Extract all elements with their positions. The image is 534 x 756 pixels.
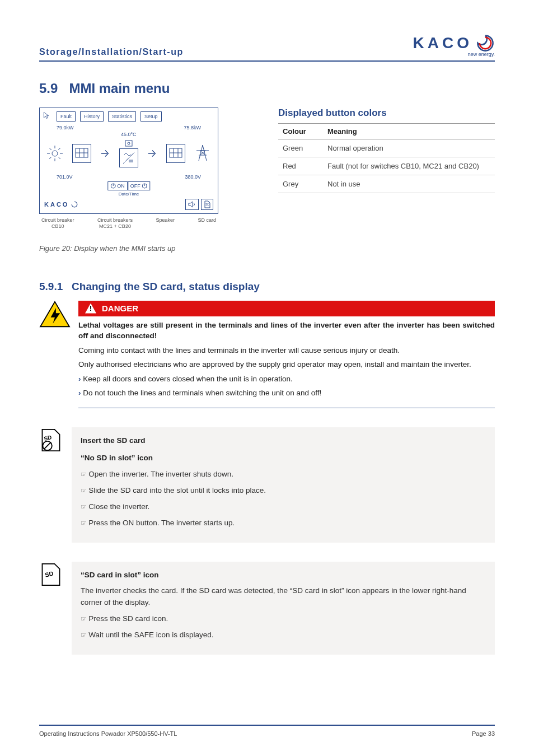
step-item: Press the ON button. The inverter starts… <box>81 517 486 529</box>
danger-banner: ! DANGER <box>78 301 495 316</box>
reading-v-right: 380.0V <box>185 174 201 180</box>
danger-text: Lethal voltages are still present in the… <box>78 320 495 342</box>
table-row: GreenNormal operation <box>278 139 495 157</box>
colors-heading: Displayed button colors <box>278 108 495 119</box>
tab-statistics[interactable]: Statistics <box>108 111 136 122</box>
svg-text:SD: SD <box>44 570 54 578</box>
step-item: Open the inverter. The inverter shuts do… <box>81 469 486 480</box>
kaco-logo-mini: KACO <box>44 201 69 208</box>
table-row: RedFault (not for switches CB10, MC21 an… <box>278 157 495 175</box>
inverter-icon <box>119 148 138 167</box>
mmi-display: Fault History Statistics Setup 79.0kW 75… <box>39 108 218 214</box>
svg-line-29 <box>44 442 51 450</box>
pylon-icon <box>194 144 211 163</box>
panel-left-icon <box>72 144 91 163</box>
panel-right-icon <box>166 144 185 163</box>
subsection-heading: 5.9.1 Changing the SD card, status displ… <box>39 281 495 293</box>
on-button[interactable]: ON <box>107 181 128 190</box>
figure-caption: Figure 20: Display when the MMI starts u… <box>39 244 256 253</box>
swirl-icon <box>71 201 78 208</box>
table-row: GreyNot in use <box>278 175 495 193</box>
tab-history[interactable]: History <box>80 111 104 122</box>
no-sd-icon: SD <box>39 427 63 453</box>
svg-rect-13 <box>125 141 132 146</box>
step-item: Press the SD card icon. <box>81 613 486 625</box>
svg-line-6 <box>58 157 60 159</box>
arrow-right-icon <box>147 148 157 158</box>
step-item: Wait until the SAFE icon is displayed. <box>81 629 486 641</box>
svg-line-7 <box>58 148 60 150</box>
electric-hazard-icon <box>39 301 71 329</box>
svg-line-8 <box>49 157 51 159</box>
svg-point-14 <box>128 142 130 144</box>
mmi-figure-labels: Circuit breakerCB10 Circuit breakersMC21… <box>39 217 218 230</box>
danger-bullet: Do not touch the lines and terminals whe… <box>78 388 495 399</box>
col-colour: Colour <box>278 124 323 139</box>
reading-kw-left: 79.0kW <box>57 125 74 130</box>
footer-left: Operating Instructions Powador XP500/550… <box>39 730 177 737</box>
svg-point-0 <box>52 151 58 156</box>
reading-temp: 45.0°C <box>121 132 137 137</box>
footer-right: Page 33 <box>472 730 495 737</box>
reading-v-left: 701.0V <box>57 174 73 180</box>
step-item: Slide the SD card into the slot until it… <box>81 485 486 497</box>
sd-in-slot-icon: SD <box>39 562 63 587</box>
date-time-label: Date/Time <box>119 192 139 197</box>
section-heading: 5.9 MMI main menu <box>39 81 495 96</box>
sd-button[interactable]: SD <box>201 199 213 210</box>
sd-in-slot-title: “SD card in slot” icon <box>81 570 486 581</box>
swirl-icon <box>476 34 495 53</box>
colors-table: Colour Meaning GreenNormal operation Red… <box>278 123 495 193</box>
tab-fault[interactable]: Fault <box>57 111 76 122</box>
svg-text:SD: SD <box>43 434 52 442</box>
danger-bullet: Keep all doors and covers closed when th… <box>78 374 495 385</box>
step-item: Close the inverter. <box>81 501 486 513</box>
sun-icon <box>46 145 63 162</box>
svg-text:SD: SD <box>205 203 209 206</box>
logo-text: KACO <box>413 34 472 52</box>
insert-sd-title: Insert the SD card <box>81 435 486 447</box>
danger-text: Only authorised electricians who are app… <box>78 359 495 370</box>
no-sd-icon-title: “No SD in slot” icon <box>81 452 486 464</box>
danger-text: Coming into contact with the lines and t… <box>78 345 495 356</box>
off-button[interactable]: OFF <box>128 181 150 190</box>
logo-subtitle: new energy. <box>413 52 495 57</box>
cursor-icon <box>43 111 51 119</box>
arrow-right-icon <box>100 148 110 158</box>
temp-icon <box>124 139 133 147</box>
tab-setup[interactable]: Setup <box>140 111 162 122</box>
breadcrumb: Storage/Installation/Start-up <box>39 47 184 57</box>
reading-kw-right: 75.8kW <box>184 125 201 130</box>
col-meaning: Meaning <box>323 124 495 139</box>
speaker-button[interactable] <box>185 199 199 210</box>
sd-in-slot-text: The inverter checks the card. If the SD … <box>81 585 486 609</box>
svg-line-5 <box>49 148 51 150</box>
warning-triangle-icon: ! <box>85 304 96 314</box>
logo: KACO new energy. <box>413 34 495 57</box>
